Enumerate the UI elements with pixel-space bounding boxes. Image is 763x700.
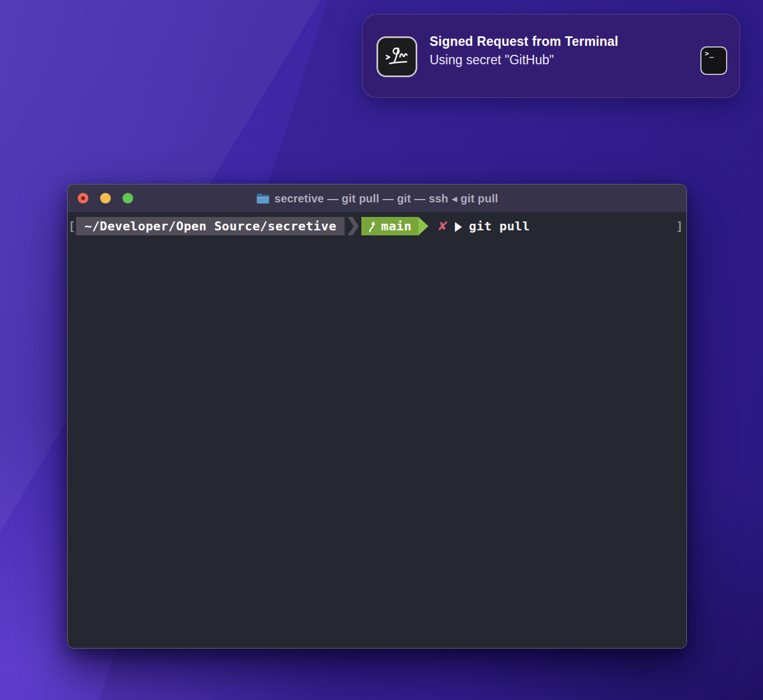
close-button[interactable] [78,193,88,204]
prompt-open-bracket: [ [68,217,76,235]
cwd-segment: ~/Developer/Open Source/secretive [76,217,345,235]
zoom-button[interactable] [123,193,133,204]
git-branch-label: main [381,217,412,235]
secretive-signature-icon [376,36,417,77]
notification-text: Signed Request from Terminal Using secre… [430,32,700,69]
minimize-button[interactable] [100,193,111,204]
window-title-label: secretive — git pull — git — ssh ◂ git p… [275,192,498,205]
folder-icon [256,193,270,204]
window-title: secretive — git pull — git — ssh ◂ git p… [256,192,498,205]
git-branch-icon [368,220,376,233]
powerline-separator-icon [347,217,359,235]
error-status-mark: ✘ [436,217,449,235]
signature-glyph [383,42,411,70]
terminal-content[interactable]: [ ~/Developer/Open Source/secretive main… [68,212,686,648]
traffic-lights [78,185,133,212]
typed-command: git pull [469,217,530,235]
prompt-caret-icon: ▶ [455,214,462,239]
branch-arrow-cap-icon [418,217,428,235]
shell-prompt-line: [ ~/Developer/Open Source/secretive main… [68,217,686,235]
git-branch-segment: main [361,217,418,235]
notification-banner[interactable]: Signed Request from Terminal Using secre… [362,14,740,98]
notification-subtitle: Using secret "GitHub" [430,51,700,69]
prompt-close-bracket: ] [676,217,684,235]
terminal-app-icon: >_ [700,46,727,75]
terminal-window: secretive — git pull — git — ssh ◂ git p… [67,184,687,649]
terminal-prompt-glyph: >_ [705,50,714,58]
notification-title: Signed Request from Terminal [430,32,700,51]
window-titlebar[interactable]: secretive — git pull — git — ssh ◂ git p… [68,185,686,212]
